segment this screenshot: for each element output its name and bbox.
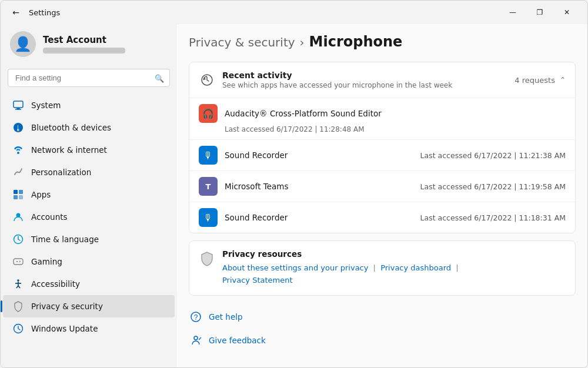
privacy-link-dashboard[interactable]: Privacy dashboard [380,263,451,272]
privacy-link-statement[interactable]: Privacy Statement [222,276,293,285]
update-icon [12,323,24,334]
page-header: Privacy & security › Microphone [189,34,576,50]
settings-window: ← Settings — ❐ ✕ 👤 Test Account 🔍 [0,0,588,368]
app-row-teams: T Microsoft Teams Last accessed 6/17/202… [189,171,575,202]
sidebar-label-personalization: Personalization [31,168,91,177]
back-button[interactable]: ← [8,4,24,21]
svg-point-5 [17,152,19,154]
svg-rect-7 [19,190,23,194]
svg-rect-0 [14,101,23,108]
gaming-icon [12,256,24,267]
recent-activity-icon [199,72,215,88]
get-help-icon: ? [189,310,203,324]
accessibility-icon [12,278,24,290]
privacy-links: About these settings and your privacy | … [222,262,566,287]
avatar-icon: 👤 [14,36,32,52]
sidebar-item-network[interactable]: Network & internet [3,139,175,161]
main-content: Privacy & security › Microphone [177,24,587,367]
bottom-actions: ? Get help Give feedback [189,303,576,354]
sidebar-item-accessibility[interactable]: Accessibility [3,273,175,295]
user-name: Test Account [43,35,125,45]
recent-activity-card: Recent activity See which apps have acce… [189,62,576,233]
avatar: 👤 [10,31,36,57]
svg-point-19 [17,279,19,282]
svg-rect-14 [14,259,23,265]
search-box: 🔍 [8,69,170,87]
privacy-icon [12,300,24,312]
page-title: Microphone [309,34,403,50]
privacy-link-about[interactable]: About these settings and your privacy [222,263,368,272]
sidebar-item-accounts[interactable]: Accounts [3,206,175,228]
user-email-bar [43,48,125,53]
sidebar-item-personalization[interactable]: Personalization [3,161,175,183]
sound-recorder-icon-1: 🎙 [199,146,218,165]
svg-line-29 [199,337,201,340]
svg-point-28 [194,336,198,340]
svg-point-17 [19,261,21,262]
sidebar-label-accounts: Accounts [31,212,68,222]
sound-recorder-icon-2: 🎙 [199,208,218,227]
sidebar-item-bluetooth[interactable]: ⭳ Bluetooth & devices [3,116,175,139]
close-button[interactable]: ✕ [553,3,580,22]
sidebar-label-accessibility: Accessibility [31,279,80,289]
sidebar-label-apps: Apps [31,190,51,199]
maximize-button[interactable]: ❐ [526,3,553,22]
recent-activity-subtitle: See which apps have accessed your microp… [222,81,514,89]
sidebar-item-update[interactable]: Windows Update [3,317,175,340]
sidebar-item-apps[interactable]: Apps [3,183,175,206]
svg-line-23 [18,286,20,288]
app-row-audacity: 🎧 Audacity® Cross-Platform Sound Editor … [189,98,575,140]
svg-text:⭳: ⭳ [15,124,22,132]
breadcrumb-link[interactable]: Privacy & security [189,35,295,49]
privacy-resources-card: Privacy resources About these settings a… [189,240,576,296]
sidebar-label-bluetooth: Bluetooth & devices [31,123,111,132]
breadcrumb-title: Privacy & security › Microphone [189,34,576,50]
sidebar-label-gaming: Gaming [31,257,62,266]
sound-recorder-time-2: Last accessed 6/17/2022 | 11:18:31 AM [420,213,566,222]
recent-activity-title: Recent activity [222,71,514,80]
teams-icon: T [199,177,218,196]
sidebar-label-time: Time & language [31,235,99,244]
app-row-sound-recorder-2: 🎙 Sound Recorder Last accessed 6/17/2022… [189,202,575,233]
get-help-label: Get help [209,312,243,322]
sidebar-label-privacy: Privacy & security [31,302,103,311]
recent-activity-count: 4 requests [514,76,555,85]
sidebar-item-time[interactable]: Time & language [3,228,175,250]
privacy-links-block: Privacy resources About these settings a… [222,249,566,287]
privacy-resources-section: Privacy resources About these settings a… [189,241,575,295]
sound-recorder-name-1: Sound Recorder [225,150,420,160]
svg-rect-8 [14,195,18,199]
recent-activity-header[interactable]: Recent activity See which apps have acce… [189,62,575,98]
audacity-icon: 🎧 [199,104,218,123]
sidebar: 👤 Test Account 🔍 [1,24,177,367]
sidebar-label-update: Windows Update [31,324,98,333]
svg-rect-6 [14,190,18,194]
app-row-sound-recorder-1: 🎙 Sound Recorder Last accessed 6/17/2022… [189,140,575,171]
recent-text: Recent activity See which apps have acce… [222,71,514,89]
shield-icon [199,250,215,267]
breadcrumb-separator: › [300,35,305,49]
window-controls: — ❐ ✕ [499,3,580,22]
give-feedback-action[interactable]: Give feedback [189,331,576,350]
teams-name: Microsoft Teams [225,182,420,191]
sound-recorder-time-1: Last accessed 6/17/2022 | 11:21:38 AM [420,151,566,160]
chevron-up-icon[interactable]: ⌃ [560,76,566,84]
minimize-button[interactable]: — [499,3,526,22]
search-icon: 🔍 [155,73,164,82]
window-title: Settings [29,8,499,17]
svg-line-13 [18,239,20,240]
personalization-icon [12,166,24,178]
sidebar-item-system[interactable]: System [3,94,175,116]
network-icon [12,144,24,156]
audacity-name: Audacity® Cross-Platform Sound Editor [225,109,566,118]
sidebar-item-privacy[interactable]: Privacy & security [3,295,175,317]
time-icon [12,233,24,245]
search-input[interactable] [8,69,170,87]
sidebar-item-gaming[interactable]: Gaming [3,250,175,273]
user-section[interactable]: 👤 Test Account [1,24,177,66]
give-feedback-label: Give feedback [209,336,266,345]
sidebar-label-network: Network & internet [31,145,107,155]
audacity-last-accessed: Last accessed 6/17/2022 | 11:28:48 AM [225,125,365,133]
get-help-action[interactable]: ? Get help [189,307,576,326]
privacy-resources-title: Privacy resources [222,249,566,259]
